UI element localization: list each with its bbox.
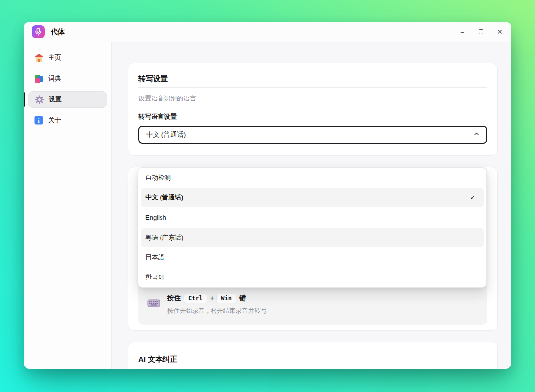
app-window: 代体 – ✕ 主页 [24, 22, 511, 369]
minimize-button[interactable]: – [459, 28, 466, 35]
key-win: Win [217, 294, 236, 303]
hotkey-suffix: 键 [239, 294, 246, 303]
dropdown-option-auto-detect[interactable]: 自动检测 [141, 168, 484, 188]
language-dropdown-menu: 自动检测 中文 (普通话) ✓ English 粤语 (广东话) 日本語 한국어 [138, 167, 487, 288]
language-field-label: 转写语言设置 [138, 113, 487, 120]
card-description: 设置语音识别的语言 [138, 95, 487, 101]
option-label: 粤语 (广东话) [145, 233, 183, 242]
sidebar-item-label: 设置 [49, 95, 62, 104]
language-select[interactable]: 中文 (普通话) [138, 126, 487, 144]
hotkey-hint: 按住开始录音，松开结束录音并转写 [167, 307, 267, 315]
svg-text:i: i [38, 117, 40, 124]
dropdown-option-mandarin[interactable]: 中文 (普通话) ✓ [141, 188, 484, 207]
dictionary-icon [34, 74, 44, 84]
option-label: 自动检测 [145, 173, 171, 182]
window-controls: – ✕ [459, 28, 503, 35]
language-select-value: 中文 (普通话) [146, 130, 186, 139]
sidebar-item-home[interactable]: 主页 [28, 49, 107, 66]
app-title: 代体 [51, 27, 65, 37]
dropdown-option-japanese[interactable]: 日本語 [141, 247, 484, 267]
gear-icon [34, 95, 44, 104]
keyboard-icon [147, 298, 160, 310]
ai-correction-card: AI 文本纠正 [128, 342, 498, 369]
maximize-icon [479, 29, 483, 34]
maximize-button[interactable] [478, 28, 484, 35]
home-icon [34, 53, 44, 63]
sidebar-item-dictionary[interactable]: 词典 [28, 70, 107, 87]
chevron-up-icon [473, 131, 480, 139]
key-ctrl: Ctrl [184, 294, 207, 303]
sidebar-item-label: 主页 [48, 53, 61, 62]
option-label: 한국어 [145, 273, 164, 282]
dropdown-option-cantonese[interactable]: 粤语 (广东话) [141, 228, 484, 247]
sidebar-item-label: 词典 [48, 74, 61, 83]
divider [138, 87, 487, 88]
close-button[interactable]: ✕ [496, 28, 503, 35]
sidebar-item-label: 关于 [48, 116, 61, 125]
sidebar-item-about[interactable]: i 关于 [28, 112, 107, 129]
active-item-indicator [24, 92, 25, 107]
card-title: 转写设置 [138, 75, 487, 83]
option-label: English [145, 214, 166, 221]
dropdown-option-english[interactable]: English [141, 207, 484, 227]
transcription-settings-card: 转写设置 设置语音识别的语言 转写语言设置 中文 (普通话) [128, 63, 498, 156]
dropdown-option-korean[interactable]: 한국어 [141, 267, 484, 287]
hotkey-prefix: 按住 [167, 294, 181, 303]
app-logo-mic-icon [32, 25, 45, 38]
option-label: 日本語 [145, 253, 164, 262]
hotkey-text: 按住 Ctrl + Win 键 按住开始录音，松开结束录音并转写 [167, 294, 267, 315]
sidebar: 主页 词典 [24, 42, 111, 369]
card-title: AI 文本纠正 [138, 355, 487, 363]
plus-sign: + [210, 295, 214, 302]
hotkey-box[interactable]: 按住 Ctrl + Win 键 按住开始录音，松开结束录音并转写 [138, 284, 487, 325]
option-label: 中文 (普通话) [145, 193, 183, 202]
info-icon: i [34, 115, 44, 125]
sidebar-item-settings[interactable]: 设置 [28, 91, 107, 108]
titlebar: 代体 – ✕ [24, 22, 511, 42]
checkmark-icon: ✓ [470, 194, 476, 201]
